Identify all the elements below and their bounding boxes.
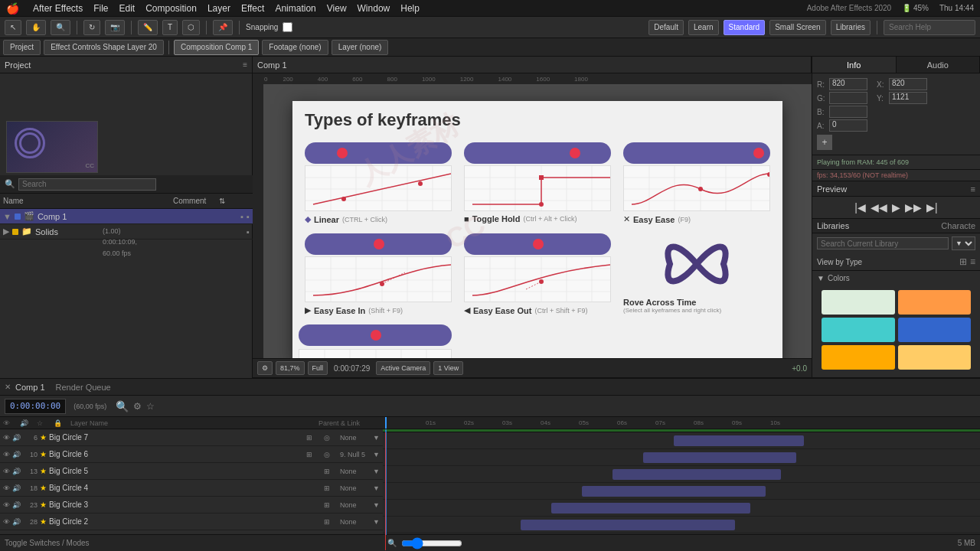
info-tab[interactable]: Info [812, 57, 897, 73]
effect-controls-tab[interactable]: Effect Controls Shape Layer 20 [44, 40, 164, 55]
menu-animation[interactable]: Animation [275, 3, 315, 14]
track-row-2[interactable] [383, 449, 980, 466]
parent-link-icon-4[interactable]: ▼ [373, 484, 380, 492]
audio-3[interactable]: 🔊 [12, 468, 20, 475]
menu-effect[interactable]: Effect [241, 3, 264, 14]
quality-1[interactable]: ◎ [319, 434, 335, 442]
character-tab[interactable]: Characte [941, 221, 975, 230]
color-swatch-1[interactable] [822, 290, 895, 315]
tl-layer-2[interactable]: 👁 🔊 10 ★ Big Circle 6 ⊞ ◎ 9. Null 5 ▼ [0, 446, 383, 463]
audio-5[interactable]: 🔊 [12, 501, 20, 509]
track-row-6[interactable] [383, 517, 980, 533]
parent-link-icon-3[interactable]: ▼ [373, 468, 380, 475]
eye-6[interactable]: 👁 [3, 518, 10, 526]
tool-camera[interactable]: 📷 [105, 20, 125, 35]
parent-2[interactable]: 9. Null 5 [340, 451, 371, 458]
comp-magnify-btn[interactable]: 81,7% [276, 361, 305, 375]
timeline-tracks-area[interactable]: 01s 02s 03s 04s 05s 06s 07s 08s 09s 10s [383, 417, 980, 550]
parent-link-icon-2[interactable]: ▼ [373, 451, 380, 458]
tl-layer-5[interactable]: 👁 🔊 23 ★ Big Circle 3 ⊞ None ▼ [0, 497, 383, 514]
comp-camera-btn[interactable]: Active Camera [376, 361, 430, 375]
timeline-close-btn[interactable]: ✕ [5, 383, 11, 391]
composition-tab[interactable]: Composition Comp 1 [174, 40, 259, 55]
track-row-3[interactable] [383, 466, 980, 483]
solids-expand[interactable]: ▶ [3, 227, 9, 236]
color-swatch-3[interactable] [822, 318, 895, 342]
menu-layer[interactable]: Layer [207, 3, 230, 14]
tool-text[interactable]: T [162, 20, 178, 35]
comp-layer-item[interactable]: ▼ 🎬 Comp 1 ▪ ▪ [0, 209, 253, 224]
tl-layer-4[interactable]: 👁 🔊 18 ★ Big Circle 4 ⊞ None ▼ [0, 480, 383, 497]
audio-2[interactable]: 🔊 [12, 451, 20, 458]
eye-4[interactable]: 👁 [3, 484, 10, 492]
parent-1[interactable]: None [340, 434, 371, 442]
color-swatch-5[interactable] [822, 345, 895, 370]
menu-file[interactable]: File [93, 3, 108, 14]
footage-none-tab[interactable]: Footage (none) [262, 40, 328, 55]
parent-link-icon-1[interactable]: ▼ [373, 434, 380, 442]
apple-menu[interactable]: 🍎 [6, 2, 19, 15]
switch-6[interactable]: ⊞ [319, 518, 335, 526]
add-keyframe-btn[interactable]: + [817, 135, 832, 150]
tool-pen[interactable]: ✏️ [138, 20, 158, 35]
tl-layer-6[interactable]: 👁 🔊 28 ★ Big Circle 2 ⊞ None ▼ [0, 514, 383, 530]
comp-settings-btn[interactable]: ⚙ [257, 361, 273, 375]
library-sort-select[interactable]: ▼ [952, 236, 975, 250]
tool-puppet[interactable]: 📌 [213, 20, 233, 35]
project-tab[interactable]: Project [3, 40, 41, 55]
color-swatch-2[interactable] [898, 290, 972, 315]
menu-view[interactable]: View [327, 3, 347, 14]
tool-rotate[interactable]: ↻ [83, 20, 100, 35]
tool-arrow[interactable]: ↖ [5, 20, 21, 35]
project-search-input[interactable] [18, 178, 156, 191]
workspace-libraries[interactable]: Libraries [831, 20, 871, 35]
tool-hand[interactable]: ✋ [26, 20, 46, 35]
parent-5[interactable]: None [340, 501, 371, 509]
audio-tab[interactable]: Audio [897, 57, 981, 73]
timeline-settings-btn[interactable]: ⚙ [133, 401, 142, 412]
comp-canvas[interactable]: 0 200 400 600 800 1000 1200 1400 1600 18… [253, 73, 812, 378]
menu-edit[interactable]: Edit [119, 3, 135, 14]
timeline-solo-btn[interactable]: ☆ [146, 401, 155, 412]
comp-resolution-btn[interactable]: Full [308, 361, 328, 375]
switch-3[interactable]: ⊞ [319, 468, 335, 475]
audio-4[interactable]: 🔊 [12, 484, 20, 492]
solids-layer-item[interactable]: ▶ 📁 Solids ▪ [0, 224, 253, 240]
menu-window[interactable]: Window [358, 3, 390, 14]
search-input[interactable] [884, 20, 975, 35]
comp-layer-expand[interactable]: ▼ [3, 212, 11, 221]
step-forward-btn[interactable]: ▶▶ [905, 201, 922, 214]
list-view-btn[interactable]: ≡ [970, 256, 975, 267]
parent-4[interactable]: None [340, 484, 371, 492]
audio-1[interactable]: 🔊 [12, 434, 20, 442]
tool-shape[interactable]: ⬡ [182, 20, 200, 35]
library-search-input[interactable] [817, 237, 949, 249]
eye-1[interactable]: 👁 [3, 434, 10, 442]
track-row-4[interactable] [383, 483, 980, 500]
time-display[interactable]: 0:00:00:00 [5, 399, 66, 414]
track-row-5[interactable] [383, 500, 980, 517]
workspace-learn[interactable]: Learn [688, 20, 719, 35]
parent-6[interactable]: None [340, 518, 371, 526]
menu-help[interactable]: Help [400, 3, 420, 14]
workspace-default[interactable]: Default [648, 20, 684, 35]
color-swatch-6[interactable] [898, 345, 972, 370]
eye-5[interactable]: 👁 [3, 501, 10, 509]
timeline-zoom-slider[interactable] [401, 540, 462, 546]
parent-link-icon-6[interactable]: ▼ [373, 518, 380, 526]
eye-3[interactable]: 👁 [3, 468, 10, 475]
parent-3[interactable]: None [340, 468, 371, 475]
menu-after-effects[interactable]: After Effects [33, 3, 83, 14]
workspace-small[interactable]: Small Screen [769, 20, 825, 35]
comp-views-btn[interactable]: 1 View [433, 361, 463, 375]
search-timeline-btn[interactable]: 🔍 [116, 400, 129, 412]
project-panel-menu[interactable]: ≡ [243, 60, 247, 69]
timeline-zoom-icon[interactable]: 🔍 [387, 539, 397, 547]
switch-4[interactable]: ⊞ [319, 484, 335, 492]
eye-2[interactable]: 👁 [3, 451, 10, 458]
audio-6[interactable]: 🔊 [12, 518, 20, 526]
parent-link-icon-5[interactable]: ▼ [373, 501, 380, 509]
quality-2[interactable]: ◎ [319, 451, 335, 458]
menu-composition[interactable]: Composition [145, 3, 197, 14]
switch-5[interactable]: ⊞ [319, 501, 335, 509]
